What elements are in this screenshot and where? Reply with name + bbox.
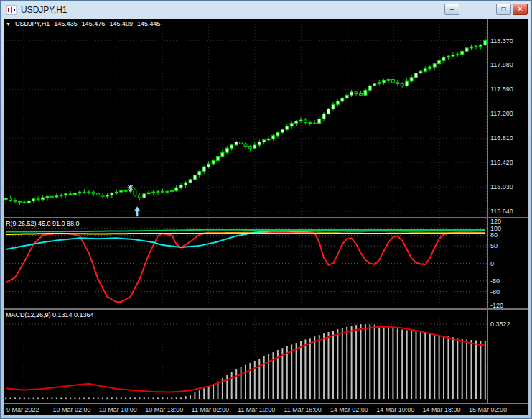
macd-histogram [6, 324, 485, 399]
window-title: USDJPY,H1 [21, 5, 67, 15]
indicator-axis[interactable]: 12010080500-50-80-120 [487, 218, 528, 308]
indicator-axis-label: 80 [490, 231, 498, 239]
time-axis-label: 9 Mar 2022 [6, 406, 39, 413]
indicator-axis-label: 120 [490, 218, 501, 225]
chart-client: ▼ USDJPY,H1 145.435 145.476 145.409 145.… [4, 19, 528, 415]
price-axis-label: 116.420 [490, 159, 513, 166]
price-axis-label: 115.640 [490, 208, 513, 215]
indicator-label: R(9,26,52) 45.0 91.0 88.0 [6, 220, 80, 227]
price-axis[interactable]: 118.370117.980117.590117.200116.810116.4… [487, 19, 528, 217]
indicator-axis-label: -120 [490, 302, 503, 308]
close-button[interactable]: × [513, 4, 528, 15]
price-grid [4, 19, 487, 217]
indicator-axis-label: -80 [490, 288, 500, 295]
time-axis-label: 11 Mar 18:00 [284, 406, 321, 413]
time-axis[interactable]: 9 Mar 202210 Mar 02:0010 Mar 10:0010 Mar… [4, 403, 528, 415]
price-axis-label: 117.590 [490, 86, 513, 93]
time-axis-label: 10 Mar 02:00 [52, 406, 90, 413]
indicator-axis-label: 50 [490, 242, 498, 249]
quote-high: 145.476 [82, 20, 106, 27]
time-axis-label: 11 Mar 10:00 [238, 406, 275, 413]
macd-axis[interactable]: 0.3522 [487, 310, 528, 403]
price-panel: ▼ USDJPY,H1 145.435 145.476 145.409 145.… [4, 19, 528, 217]
indicator-panel: R(9,26,52) 45.0 91.0 88.0 12010080500-50… [4, 218, 528, 308]
price-axis-label: 116.810 [490, 134, 513, 142]
time-axis-label: 14 Mar 18:00 [423, 406, 461, 413]
macd-panel: MACD(12,26,9) 0.1314 0.1364 0.3522 [4, 310, 528, 403]
price-axis-label: 117.200 [490, 110, 513, 117]
candles-layer [4, 38, 487, 206]
time-axis-label: 14 Mar 02:00 [330, 406, 368, 413]
indicator-plot[interactable] [4, 218, 487, 308]
chart-window-icon [6, 4, 17, 16]
time-axis-label: 10 Mar 10:00 [99, 406, 137, 413]
macd-plot[interactable] [4, 310, 487, 403]
price-axis-label: 118.370 [490, 37, 513, 45]
quote-close: 145.445 [137, 20, 161, 27]
price-plot[interactable] [4, 19, 487, 217]
indicator-axis-label: 100 [490, 225, 501, 232]
symbol-label: USDJPY,H1 [15, 20, 50, 27]
price-axis-label: 116.030 [490, 183, 513, 190]
window-controls: – □ × [444, 4, 528, 15]
title-bar[interactable]: USDJPY,H1 – □ × [4, 1, 528, 19]
time-axis-label: 11 Mar 02:00 [192, 406, 229, 413]
buy-signals-layer [128, 185, 141, 216]
price-axis-label: 117.980 [490, 61, 513, 68]
time-axis-label: 10 Mar 18:00 [145, 406, 183, 413]
macd-axis-label: 0.3522 [490, 321, 510, 328]
restore-button[interactable]: □ [496, 4, 511, 15]
indicator-axis-label: 0 [490, 260, 494, 267]
quote-open: 145.435 [54, 20, 78, 27]
buy-signal-star [128, 185, 134, 190]
price-plot-svg [4, 19, 487, 217]
symbol-dropdown-icon[interactable]: ▼ [6, 22, 11, 27]
indicator-plot-svg [4, 218, 487, 308]
macd-label: MACD(12,26,9) 0.1314 0.1364 [6, 311, 94, 318]
macd-plot-svg [4, 310, 487, 403]
minimize-button[interactable]: – [444, 4, 459, 15]
time-axis-label: 14 Mar 10:00 [376, 406, 414, 413]
chart-window: USDJPY,H1 – □ × ▼ USDJPY,H1 145.435 145.… [0, 0, 532, 419]
indicator-axis-label: -50 [490, 277, 500, 285]
quote-low: 145.409 [109, 20, 133, 27]
time-axis-label: 15 Mar 02:00 [469, 406, 507, 413]
quote-label: ▼ USDJPY,H1 145.435 145.476 145.409 145.… [6, 20, 160, 27]
